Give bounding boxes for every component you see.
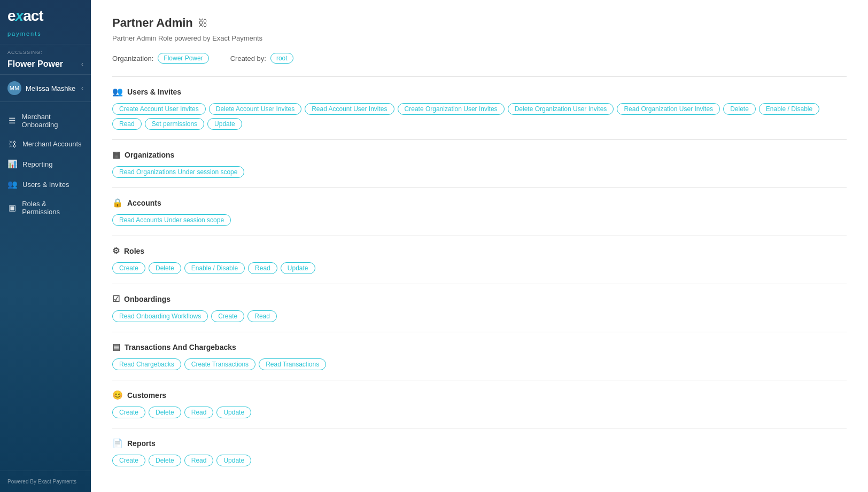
meta-row: Organization: Flower Power Created by: r…: [112, 53, 847, 64]
organization-label: Organization:: [112, 54, 153, 63]
nav-icon-merchant-onboarding: ☰: [7, 116, 17, 126]
sidebar-org[interactable]: Flower Power ‹: [0, 58, 91, 75]
user-info: MM Melissa Mashke: [7, 81, 75, 95]
permission-badge: Delete Account User Invites: [209, 103, 301, 115]
section-icon-users-invites: 👥: [112, 87, 123, 97]
section-icon-customers: 😊: [112, 390, 123, 400]
nav-icon-merchant-accounts: ⛓: [7, 139, 17, 149]
badges-row-transactions: Read ChargebacksCreate TransactionsRead …: [112, 358, 847, 370]
nav-label-reporting: Reporting: [22, 160, 52, 168]
permission-badge: Read Organizations Under session scope: [112, 166, 244, 178]
section-icon-transactions: ▤: [112, 342, 120, 352]
user-chevron-icon[interactable]: ‹: [81, 84, 83, 92]
page-title: Partner Admin: [112, 16, 193, 30]
page-subtitle: Partner Admin Role powered by Exact Paym…: [112, 34, 847, 42]
section-title-accounts: Accounts: [127, 199, 161, 207]
section-customers: 😊 CustomersCreateDeleteReadUpdate: [112, 380, 847, 428]
permission-badge: Read: [112, 118, 142, 130]
section-header-roles: ⚙ Roles: [112, 246, 847, 256]
permission-badge: Create Organization User Invites: [398, 103, 505, 115]
sidebar-logo: exact payments: [0, 0, 91, 44]
permission-badge: Enable / Disable: [759, 103, 819, 115]
permission-badge: Enable / Disable: [184, 262, 245, 274]
sidebar-footer: Powered By Exact Payments: [0, 471, 91, 492]
avatar: MM: [7, 81, 21, 95]
org-chevron-icon[interactable]: ‹: [81, 60, 83, 68]
nav-label-roles-permissions: Roles & Permissions: [22, 200, 83, 216]
nav-label-merchant-accounts: Merchant Accounts: [22, 140, 82, 148]
permission-badge: Read: [184, 455, 214, 466]
permission-badge: Read Account User Invites: [305, 103, 394, 115]
sidebar-item-merchant-onboarding[interactable]: ☰ Merchant Onboarding: [0, 107, 91, 134]
section-title-organizations: Organizations: [125, 151, 174, 159]
permission-badge: Set permissions: [145, 118, 204, 130]
permission-badge: Read: [184, 407, 214, 418]
permission-badge: Delete: [149, 407, 181, 418]
permission-badge: Create: [112, 262, 145, 274]
permission-badge: Update: [216, 407, 251, 418]
permission-badge: Read Chargebacks: [112, 358, 181, 370]
organization-meta: Organization: Flower Power: [112, 53, 209, 64]
accessing-label: Accessing:: [0, 44, 91, 58]
nav-icon-users-invites: 👥: [7, 179, 17, 189]
sidebar-item-users-invites[interactable]: 👥 Users & Invites: [0, 174, 91, 194]
section-roles: ⚙ RolesCreateDeleteEnable / DisableReadU…: [112, 236, 847, 284]
created-by-meta: Created by: root: [230, 53, 293, 64]
section-title-roles: Roles: [124, 247, 144, 255]
permission-badge: Update: [216, 455, 251, 466]
sidebar-item-roles-permissions[interactable]: ▣ Roles & Permissions: [0, 194, 91, 221]
badges-row-onboardings: Read Onboarding WorkflowsCreateRead: [112, 310, 847, 322]
section-icon-accounts: 🔒: [112, 198, 123, 208]
section-header-customers: 😊 Customers: [112, 390, 847, 400]
section-accounts: 🔒 AccountsRead Accounts Under session sc…: [112, 188, 847, 236]
section-icon-organizations: ▦: [112, 150, 120, 160]
created-by-label: Created by:: [230, 54, 266, 63]
badges-row-customers: CreateDeleteReadUpdate: [112, 407, 847, 418]
created-by-tag: root: [270, 53, 293, 64]
permission-badge: Delete Organization User Invites: [508, 103, 614, 115]
section-header-onboardings: ☑ Onboardings: [112, 294, 847, 304]
section-title-users-invites: Users & Invites: [127, 88, 181, 96]
permission-badge: Create: [112, 455, 145, 466]
permission-badge: Update: [281, 262, 315, 274]
section-users-invites: 👥 Users & InvitesCreate Account User Inv…: [112, 76, 847, 139]
section-icon-roles: ⚙: [112, 246, 120, 256]
logo: exact payments: [7, 9, 83, 38]
badges-row-users-invites: Create Account User InvitesDelete Accoun…: [112, 103, 847, 130]
nav-label-merchant-onboarding: Merchant Onboarding: [22, 113, 83, 129]
permission-badge: Read Organization User Invites: [617, 103, 720, 115]
organization-tag: Flower Power: [158, 53, 208, 64]
username: Melissa Mashke: [26, 84, 75, 92]
nav-label-users-invites: Users & Invites: [22, 181, 69, 189]
badges-row-roles: CreateDeleteEnable / DisableReadUpdate: [112, 262, 847, 274]
section-onboardings: ☑ OnboardingsRead Onboarding WorkflowsCr…: [112, 284, 847, 332]
permission-badge: Read: [248, 262, 277, 274]
permission-badge: Create: [211, 310, 244, 322]
badges-row-organizations: Read Organizations Under session scope: [112, 166, 847, 178]
section-header-reports: 📄 Reports: [112, 438, 847, 448]
section-organizations: ▦ OrganizationsRead Organizations Under …: [112, 139, 847, 188]
sidebar-item-merchant-accounts[interactable]: ⛓ Merchant Accounts: [0, 134, 91, 154]
permission-badge: Delete: [149, 455, 181, 466]
page-header: Partner Admin ⛓: [112, 16, 847, 30]
manage-icon: ⛓: [198, 18, 208, 29]
section-transactions: ▤ Transactions And ChargebacksRead Charg…: [112, 332, 847, 380]
permission-badge: Read Transactions: [259, 358, 326, 370]
sidebar-item-reporting[interactable]: 📊 Reporting: [0, 154, 91, 174]
badges-row-reports: CreateDeleteReadUpdate: [112, 455, 847, 466]
permission-badge: Update: [207, 118, 242, 130]
badges-row-accounts: Read Accounts Under session scope: [112, 214, 847, 226]
section-icon-onboardings: ☑: [112, 294, 120, 304]
permission-badge: Delete: [723, 103, 756, 115]
permission-badge: Create Account User Invites: [112, 103, 206, 115]
sections-container: 👥 Users & InvitesCreate Account User Inv…: [112, 76, 847, 476]
section-header-users-invites: 👥 Users & Invites: [112, 87, 847, 97]
section-header-accounts: 🔒 Accounts: [112, 198, 847, 208]
sidebar-user[interactable]: MM Melissa Mashke ‹: [0, 75, 91, 102]
section-header-organizations: ▦ Organizations: [112, 150, 847, 160]
org-name: Flower Power: [7, 59, 63, 69]
section-icon-reports: 📄: [112, 438, 123, 448]
nav-icon-reporting: 📊: [7, 159, 17, 169]
section-reports: 📄 ReportsCreateDeleteReadUpdate: [112, 428, 847, 476]
permission-badge: Create Transactions: [184, 358, 255, 370]
